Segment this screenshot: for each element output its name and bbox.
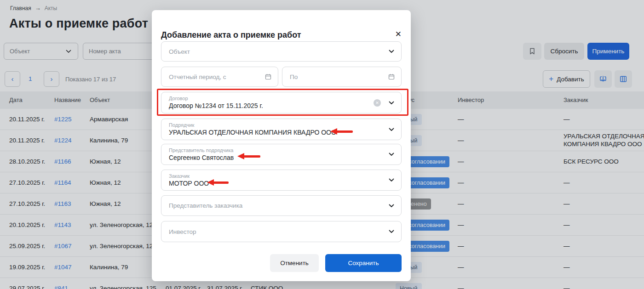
investor-select[interactable]: Инвестор — [161, 221, 402, 242]
contract-select[interactable]: Договор Договор №1234 от 15.11.2025 г. ✕ — [161, 92, 402, 113]
customer-rep-placeholder: Представитель заказчика — [169, 202, 242, 209]
investor-placeholder: Инвестор — [169, 228, 196, 235]
chevron-down-icon — [388, 99, 395, 107]
contract-value: Договор №1234 от 15.11.2025 г. — [169, 102, 381, 109]
period-from-input[interactable]: Отчетный период, с — [161, 67, 278, 87]
customer-select[interactable]: Заказчик МОТОР ООО — [161, 170, 402, 191]
period-to-input[interactable]: По — [282, 67, 402, 87]
calendar-icon — [264, 73, 272, 80]
calendar-icon — [388, 73, 395, 80]
contractor-rep-label: Представитель подрядчика — [169, 147, 381, 153]
chevron-down-icon — [388, 176, 395, 184]
save-button[interactable]: Сохранить — [325, 254, 402, 272]
modal-title: Добавление акта о приемке работ — [161, 30, 301, 40]
period-to-placeholder: По — [290, 74, 298, 80]
contractor-label: Подрядчик — [169, 122, 381, 128]
contractor-select[interactable]: Подрядчик УРАЛЬСКАЯ ОТДЕЛОЧНАЯ КОМПАНИЯ … — [161, 119, 402, 140]
object-select[interactable]: Объект — [161, 41, 402, 62]
chevron-down-icon — [388, 202, 395, 210]
contractor-value: УРАЛЬСКАЯ ОТДЕЛОЧНАЯ КОМПАНИЯ КВАДРО ООО — [169, 129, 381, 136]
chevron-down-icon — [388, 228, 395, 235]
customer-rep-select[interactable]: Представитель заказчика — [161, 195, 402, 216]
close-icon[interactable]: ✕ — [395, 30, 402, 38]
chevron-down-icon — [388, 48, 395, 55]
period-from-placeholder: Отчетный период, с — [169, 74, 226, 80]
contract-label: Договор — [169, 96, 381, 101]
clear-icon[interactable]: ✕ — [374, 99, 381, 107]
contractor-rep-value: Сергеенко Святослав — [169, 154, 381, 161]
cancel-button[interactable]: Отменить — [270, 254, 319, 272]
chevron-down-icon — [388, 126, 395, 133]
contractor-rep-select[interactable]: Представитель подрядчика Сергеенко Свято… — [161, 144, 402, 165]
customer-label: Заказчик — [169, 173, 381, 179]
object-select-placeholder: Объект — [169, 48, 190, 55]
customer-value: МОТОР ООО — [169, 180, 381, 187]
add-act-modal: Добавление акта о приемке работ ✕ Объект… — [152, 10, 411, 281]
chevron-down-icon — [388, 151, 395, 158]
